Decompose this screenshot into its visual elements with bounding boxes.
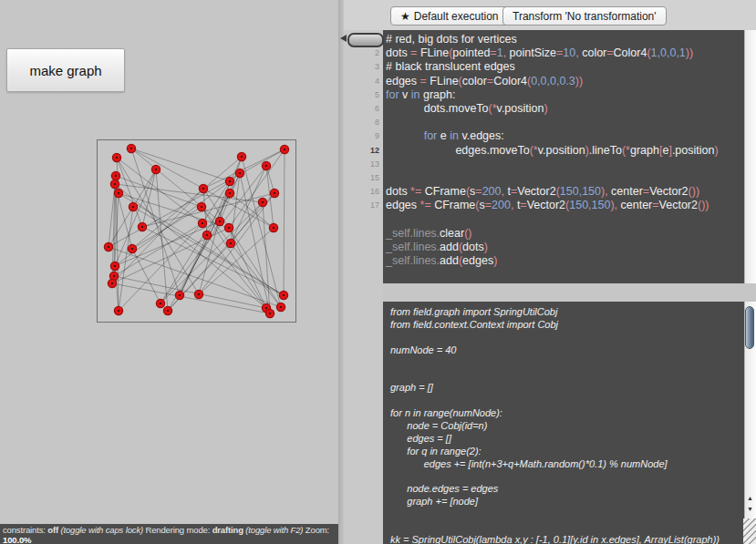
code-line[interactable]: _self.lines.add(edges) — [386, 254, 744, 268]
code-line[interactable]: _self.lines.add(dots) — [386, 241, 744, 254]
code-line[interactable]: node.edges = edges — [390, 483, 744, 496]
code-token: = — [420, 75, 430, 87]
graph-node-center — [114, 183, 116, 185]
code-line[interactable]: dots.moveTo(*v.position) — [386, 102, 744, 116]
code-line[interactable]: kk = SpringUtilCobj(lambda x,y : [-1, 0.… — [390, 534, 744, 544]
graph-node-center — [230, 242, 232, 244]
code-line[interactable]: for v in graph: — [386, 88, 744, 102]
graph-node-center — [179, 294, 181, 296]
code-token: dots — [462, 241, 484, 253]
code-line[interactable]: node = Cobj(id=n) — [390, 420, 744, 433]
graph-node-center — [273, 227, 274, 229]
code-line[interactable]: edges.moveTo(*v.position).lineTo(*graph[… — [386, 144, 744, 158]
default-execution-button[interactable]: ★ Default execution — [390, 6, 509, 26]
code-line[interactable] — [390, 508, 744, 521]
code-line[interactable] — [386, 116, 744, 129]
code-token: edges — [386, 199, 420, 211]
code-line[interactable]: edges += [int(n+3+q+Math.random()*0.1) %… — [390, 458, 744, 471]
line-number: 16 — [344, 185, 379, 199]
code-line[interactable]: _self.lines.clear() — [386, 227, 744, 241]
code-line[interactable]: graph = [] — [390, 382, 744, 395]
code-token: _self.lines. — [386, 254, 440, 267]
code-token: pointed — [452, 46, 490, 59]
code-line[interactable] — [390, 395, 744, 407]
code-token: 150,150 — [569, 199, 610, 211]
code-token: # black translucent edges — [386, 60, 515, 73]
code-line[interactable]: numNode = 40 — [390, 344, 744, 357]
code-token: () — [464, 227, 471, 240]
graph-node-center — [229, 192, 231, 194]
code-line[interactable]: edges = [] — [390, 433, 744, 446]
line-numbers: 123456891213151617 — [344, 30, 379, 213]
code-line[interactable]: for q in range(2): — [390, 446, 744, 458]
status-text: (toggle with F2) — [245, 525, 303, 535]
graph-node-center — [202, 222, 203, 224]
code-line[interactable] — [390, 357, 744, 370]
code-line[interactable]: for n in range(numNode): — [390, 407, 744, 420]
graph-node-center — [265, 165, 267, 167]
code-token: color — [582, 46, 606, 59]
line-number: 5 — [344, 88, 379, 102]
code-line[interactable] — [386, 171, 744, 185]
line-number: 15 — [344, 171, 379, 185]
graph-frame[interactable] — [97, 139, 296, 323]
code-token: (* — [489, 102, 497, 115]
graph-node-center — [219, 221, 221, 222]
code-token: graph: — [420, 88, 456, 101]
graph-node-center — [280, 306, 282, 308]
transform-button[interactable]: Transform 'No transformation' — [502, 6, 667, 26]
status-text: constraints: — [3, 525, 47, 535]
code-line[interactable] — [390, 521, 744, 534]
code-token: CFrame — [425, 185, 466, 198]
editor-bottom-scrollbar-thumb[interactable] — [745, 306, 754, 349]
line-number: 8 — [344, 116, 379, 129]
code-token: dots.moveTo — [386, 102, 489, 115]
code-token: .lineTo — [589, 144, 622, 157]
code-line[interactable]: dots *= CFrame(s=200, t=Vector2(150,150)… — [386, 185, 744, 199]
code-line[interactable]: edges *= CFrame(s=200, t=Vector2(150,150… — [386, 199, 744, 212]
code-line[interactable] — [390, 369, 744, 382]
code-line[interactable]: from field.context.Context import Cobj — [390, 319, 744, 332]
resize-grip-icon[interactable] — [743, 518, 756, 544]
code-editor-top[interactable]: # red, big dots for verticesdots = FLine… — [383, 30, 744, 283]
scroll-up-arrow-icon[interactable]: ▲ — [745, 493, 755, 503]
code-token: v — [399, 88, 411, 101]
code-token: for — [424, 129, 438, 142]
status-text: Rendering mode: — [143, 525, 212, 535]
code-token: 1,0,0,1 — [651, 46, 686, 59]
graph-edge — [203, 189, 281, 307]
code-token: add — [440, 241, 459, 253]
graph-node-center — [160, 303, 161, 304]
scroll-down-arrow-icon[interactable]: ▼ — [745, 504, 755, 514]
code-token: = — [652, 199, 658, 211]
code-editor-bottom[interactable]: from field.graph import SpringUtilCobjfr… — [383, 302, 744, 544]
graph-edge — [202, 207, 266, 308]
code-line[interactable]: from field.graph import SpringUtilCobj — [390, 306, 744, 319]
graph-node-center — [206, 234, 208, 236]
graph-node-center — [108, 246, 109, 248]
code-line[interactable]: # black translucent edges — [386, 60, 744, 74]
code-line[interactable] — [390, 332, 744, 344]
code-token: Vector2 — [527, 199, 565, 211]
execution-marker-handle[interactable] — [347, 33, 384, 47]
code-line[interactable]: dots = FLine(pointed=1, pointSize=10, co… — [386, 46, 744, 60]
code-token: _self.lines. — [386, 241, 440, 253]
code-token: ) — [544, 102, 547, 115]
code-token: center — [621, 199, 653, 211]
code-token: dots — [386, 185, 410, 198]
make-graph-element[interactable]: make graph — [6, 48, 125, 92]
code-line[interactable] — [386, 158, 744, 171]
code-token: Color4 — [614, 46, 647, 59]
line-number: 17 — [344, 199, 379, 212]
code-line[interactable]: graph += [node] — [390, 496, 744, 508]
code-token: ) — [714, 144, 718, 157]
code-line[interactable] — [386, 212, 744, 226]
code-token: *= — [410, 185, 425, 198]
editor-top-scrollbar-track[interactable] — [744, 30, 756, 283]
code-line[interactable]: edges = FLine(color=Color4(0,0,0,0.3)) — [386, 75, 744, 88]
code-line[interactable]: for e in v.edges: — [386, 129, 744, 143]
graph-node-center — [167, 310, 169, 312]
code-token: edges — [462, 254, 493, 267]
code-line[interactable] — [390, 471, 744, 484]
code-line[interactable]: # red, big dots for vertices — [386, 33, 744, 46]
